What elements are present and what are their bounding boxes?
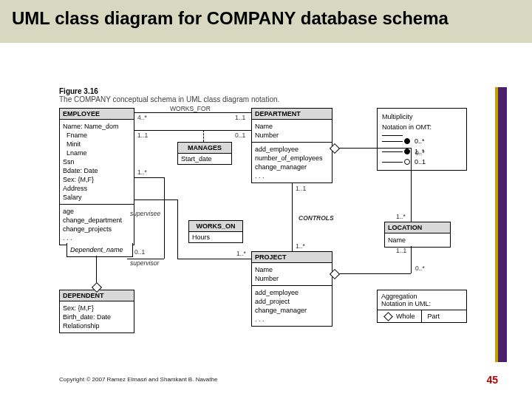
class-project: PROJECT Name Number add_employee add_pro… <box>251 251 332 327</box>
legend-row-zero-or-more: 0..* <box>382 136 462 146</box>
class-department: DEPARTMENT Name Number add_employee numb… <box>251 108 332 183</box>
slide-root: UML class diagram for COMPANY database s… <box>0 0 532 399</box>
class-employee-attrs: Name: Name_dom Fname Minit Lname Ssn Bda… <box>60 120 134 205</box>
label-controls: CONTROLS <box>299 214 334 222</box>
class-location-header: LOCATION <box>385 222 450 233</box>
qualifier-dependent-name: Dependent_name <box>66 243 133 257</box>
slide-title: UML class diagram for COMPANY database s… <box>12 7 520 30</box>
legend-title: Multiplicity Notation in OMT: <box>382 112 462 132</box>
figure-text: The COMPANY conceptual schema in UML cla… <box>59 95 279 103</box>
class-department-attrs: Name Number <box>252 120 332 143</box>
rel-works-for <box>134 112 251 113</box>
class-dependent: DEPENDENT Sex: {M,F} Birth_date: Date Re… <box>59 290 134 333</box>
rel-manages <box>134 130 251 131</box>
label-works-for: WORKS_FOR <box>170 105 211 112</box>
page-number: 45 <box>486 374 498 386</box>
class-dependent-attrs: Sex: {M,F} Birth_date: Date Relationship <box>60 301 134 332</box>
label-supervisee: supervisee <box>130 210 160 217</box>
class-project-ops: add_employee add_project change_manager … <box>252 286 332 326</box>
figure-caption: Figure 3.16 The COMPANY conceptual schem… <box>59 87 279 103</box>
class-project-header: PROJECT <box>252 252 332 263</box>
class-project-attrs: Name Number <box>252 263 332 286</box>
assoc-manages: MANAGES Start_date <box>177 142 232 165</box>
rel-controls <box>292 183 293 251</box>
label-supervisor: supervisor <box>130 259 159 267</box>
class-employee: EMPLOYEE Name: Name_dom Fname Minit Lnam… <box>59 108 134 245</box>
legend-row-zero-or-one: 0..1 <box>382 157 462 167</box>
diamond-icon <box>383 312 393 321</box>
rel-works-on <box>177 259 251 259</box>
copyright-text: Copyright © 2007 Ramez Elmasri and Shamk… <box>59 376 217 383</box>
class-location-attrs: Name <box>385 233 450 247</box>
class-location: LOCATION Name <box>384 222 451 248</box>
title-bar: UML class diagram for COMPANY database s… <box>0 0 532 43</box>
class-department-header: DEPARTMENT <box>252 109 332 120</box>
class-employee-ops: age change_department change_projects . … <box>60 205 134 245</box>
uml-diagram: EMPLOYEE Name: Name_dom Fname Minit Lnam… <box>59 103 480 347</box>
right-accent-bar <box>498 87 507 362</box>
figure-number: Figure 3.16 <box>59 87 98 95</box>
rel-dept-location <box>411 148 412 222</box>
legend-multiplicity: Multiplicity Notation in OMT: 0..* 1..* … <box>377 108 467 171</box>
rel-proj-location <box>411 246 412 273</box>
class-employee-header: EMPLOYEE <box>60 109 134 120</box>
assoc-works-on: WORKS_ON Hours <box>188 220 243 243</box>
class-department-ops: add_employee number_of_employees change_… <box>252 143 332 183</box>
legend-aggregation: Aggregation Notation in UML: Whole Part <box>377 290 467 323</box>
